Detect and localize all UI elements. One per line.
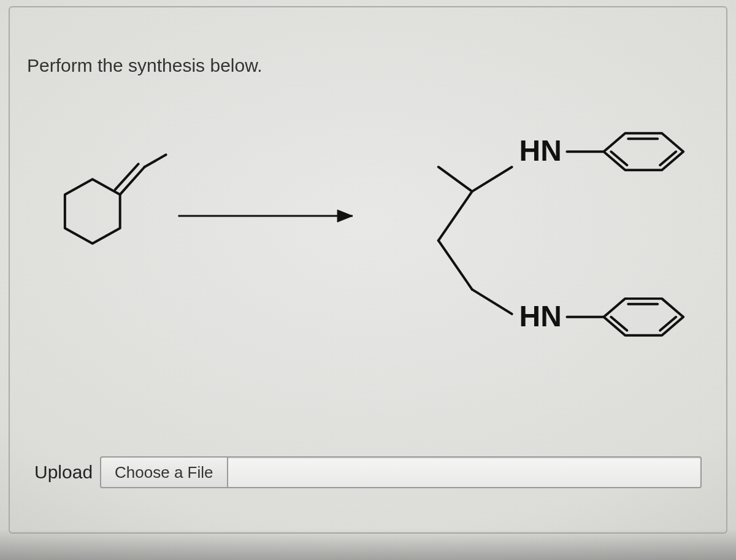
svg-line-7 [472,167,512,191]
svg-marker-0 [65,179,120,244]
svg-line-9 [439,240,472,290]
svg-marker-5 [337,210,353,222]
file-input[interactable]: Choose a File [100,456,702,488]
reactant-structure [65,155,166,244]
svg-line-6 [439,167,472,191]
vignette-bottom [0,529,736,560]
svg-line-3 [145,155,166,167]
choose-file-button[interactable]: Choose a File [101,458,228,487]
question-prompt: Perform the synthesis below. [27,55,263,76]
svg-line-10 [472,290,512,314]
question-panel: Perform the synthesis below. [9,6,727,534]
svg-line-8 [439,191,472,240]
upload-label: Upload [34,462,93,483]
screen-root: Perform the synthesis below. [0,0,736,560]
synthesis-diagram: HN HN [10,99,726,406]
upload-row: Upload Choose a File [34,455,702,489]
product-structure: HN HN [439,133,683,335]
hn-label-top: HN [519,134,562,167]
hn-label-bottom: HN [519,300,562,332]
reaction-arrow-icon [178,210,353,222]
